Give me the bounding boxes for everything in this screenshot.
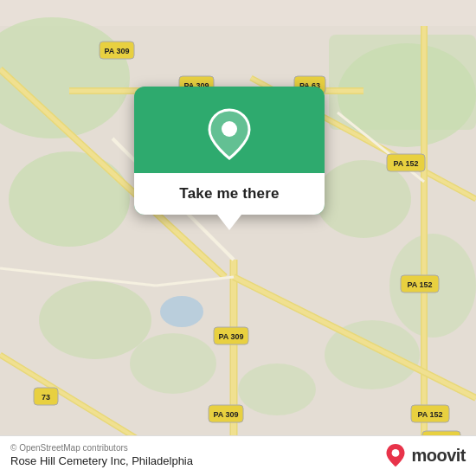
svg-point-8 [238,363,316,415]
svg-rect-5 [329,35,476,130]
svg-text:PA 152: PA 152 [393,159,418,168]
popup-card: Take me there [134,87,325,215]
svg-point-51 [392,449,400,457]
popup-icon-area [134,87,325,173]
svg-text:PA 309: PA 309 [218,332,243,341]
svg-text:PA 152: PA 152 [407,280,432,289]
svg-text:PA 152: PA 152 [417,410,442,419]
svg-point-3 [9,151,130,247]
map-container: PA 309 PA 309 PA 63 PA 152 PA 152 PA 309… [0,0,476,476]
moovit-brand-text: moovit [411,446,466,466]
copyright-text: © OpenStreetMap contributors [10,443,193,453]
svg-point-11 [160,296,203,327]
moovit-pin-icon [383,443,408,467]
svg-point-50 [222,121,237,137]
map-background: PA 309 PA 309 PA 63 PA 152 PA 152 PA 309… [0,0,476,476]
bottom-left-info: © OpenStreetMap contributors Rose Hill C… [10,443,193,467]
svg-point-6 [39,281,151,359]
moovit-logo: moovit [383,443,466,467]
svg-point-7 [130,333,216,394]
location-label: Rose Hill Cemetery Inc, Philadelphia [10,454,193,467]
take-me-there-button[interactable]: Take me there [134,173,325,215]
svg-text:73: 73 [42,393,50,402]
bottom-bar: © OpenStreetMap contributors Rose Hill C… [0,435,476,476]
location-pin-icon [206,111,253,158]
svg-text:PA 309: PA 309 [104,47,129,55]
svg-text:PA 309: PA 309 [213,410,238,419]
